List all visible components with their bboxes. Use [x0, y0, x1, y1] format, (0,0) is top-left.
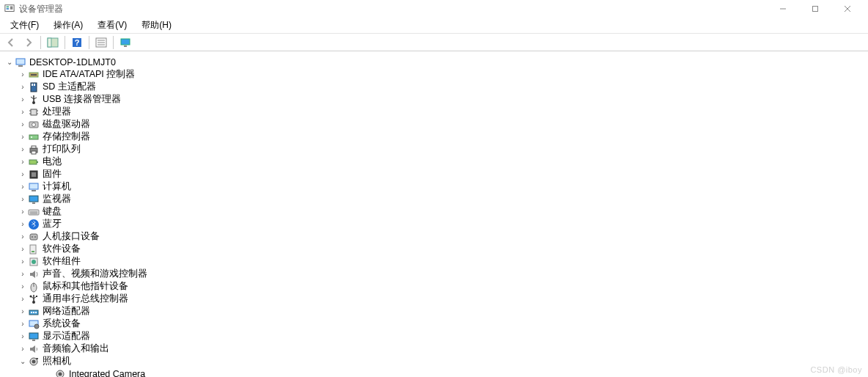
computer-icon — [15, 56, 26, 68]
svg-rect-24 — [34, 84, 35, 86]
tree-category[interactable]: ›通用串行总线控制器 — [3, 293, 865, 305]
bluetooth-icon — [28, 219, 40, 230]
tree-category[interactable]: ›声音、视频和游戏控制器 — [3, 268, 865, 280]
tree-category[interactable]: ›USB 连接器管理器 — [3, 93, 865, 106]
svg-rect-56 — [30, 245, 36, 254]
tree-category[interactable]: ›系统设备 — [3, 318, 865, 330]
app-icon — [4, 4, 15, 14]
toolbar-separator — [40, 36, 41, 49]
printer-icon — [28, 144, 40, 155]
svg-rect-71 — [35, 312, 37, 313]
tree-category[interactable]: ›软件组件 — [3, 255, 865, 268]
expand-icon[interactable]: › — [18, 208, 28, 216]
tree-category[interactable]: ›处理器 — [3, 106, 865, 118]
toolbar-separator — [89, 36, 89, 49]
expand-icon[interactable]: › — [18, 120, 28, 128]
svg-rect-9 — [48, 38, 51, 47]
tree-category[interactable]: ›IDE ATA/ATAPI 控制器 — [3, 68, 865, 81]
tree-category[interactable]: ›固件 — [3, 168, 865, 180]
expand-icon[interactable]: › — [18, 70, 28, 78]
back-button[interactable] — [3, 35, 19, 50]
expand-icon[interactable]: › — [18, 307, 28, 315]
category-label: IDE ATA/ATAPI 控制器 — [43, 68, 135, 81]
tree-category[interactable]: ›显示适配器 — [3, 330, 865, 343]
menu-bar: 文件(F) 操作(A) 查看(V) 帮助(H) — [0, 18, 868, 34]
properties-button[interactable] — [93, 35, 109, 50]
show-hide-tree-button[interactable] — [45, 35, 61, 50]
expand-icon[interactable]: › — [18, 133, 28, 141]
tree-category[interactable]: ›键盘 — [3, 205, 865, 218]
tree-category[interactable]: ›磁盘驱动器 — [3, 118, 865, 131]
tree-category[interactable]: ›软件设备 — [3, 243, 865, 255]
expand-icon[interactable]: › — [18, 83, 28, 91]
expand-icon[interactable]: › — [18, 170, 28, 178]
expand-icon[interactable]: › — [18, 295, 28, 303]
expand-icon[interactable]: › — [18, 332, 28, 340]
category-label: 软件组件 — [43, 255, 81, 268]
device-tree[interactable]: ⌄ DESKTOP-1DLMJT0 ›IDE ATA/ATAPI 控制器›SD … — [0, 51, 868, 377]
expand-icon[interactable]: › — [18, 345, 28, 353]
svg-point-35 — [32, 122, 36, 126]
mouse-icon — [28, 281, 40, 293]
tree-category[interactable]: ›存储控制器 — [3, 131, 865, 143]
tree-category[interactable]: ›SD 主适配器 — [3, 81, 865, 93]
help-toolbar-button[interactable]: ? — [69, 35, 85, 50]
title-bar: 设备管理器 — [0, 0, 868, 18]
tree-category[interactable]: ›网络适配器 — [3, 305, 865, 318]
network-icon — [28, 306, 40, 318]
menu-view[interactable]: 查看(V) — [90, 18, 134, 33]
expand-icon[interactable]: › — [18, 233, 28, 241]
tree-category[interactable]: ›蓝牙 — [3, 218, 865, 230]
expand-icon[interactable]: › — [18, 145, 28, 153]
svg-rect-74 — [29, 333, 38, 339]
tree-device-integrated-camera[interactable]: › Integrated Camera — [3, 367, 865, 377]
tree-category[interactable]: ›电池 — [3, 155, 865, 168]
menu-help[interactable]: 帮助(H) — [134, 18, 179, 33]
expand-icon[interactable]: › — [18, 95, 28, 103]
category-label: 网络适配器 — [43, 305, 90, 318]
close-button[interactable] — [831, 0, 864, 18]
collapse-icon[interactable]: ⌄ — [4, 58, 15, 66]
expand-icon[interactable]: › — [18, 282, 28, 290]
expand-icon[interactable]: › — [18, 220, 28, 228]
svg-rect-41 — [29, 160, 37, 164]
expand-icon[interactable]: › — [18, 158, 28, 166]
svg-rect-44 — [32, 172, 36, 177]
minimize-button[interactable] — [767, 0, 799, 18]
computer-icon — [28, 181, 40, 193]
forward-button[interactable] — [21, 35, 37, 50]
category-label: 键盘 — [43, 205, 62, 218]
svg-rect-48 — [32, 202, 35, 204]
expand-icon[interactable]: › — [18, 245, 28, 253]
expand-icon[interactable]: › — [18, 183, 28, 191]
toolbar: ? — [0, 34, 868, 51]
expand-icon[interactable]: › — [18, 195, 28, 203]
svg-rect-36 — [29, 135, 38, 139]
tree-category[interactable]: ›鼠标和其他指针设备 — [3, 280, 865, 293]
tree-category[interactable]: ›打印队列 — [3, 143, 865, 155]
category-label: 照相机 — [43, 355, 71, 367]
category-label: 系统设备 — [43, 318, 81, 330]
expand-icon[interactable]: › — [18, 270, 28, 278]
expand-icon[interactable]: › — [18, 108, 28, 116]
tree-category[interactable]: ›监视器 — [3, 193, 865, 205]
tree-category[interactable]: ›人机接口设备 — [3, 230, 865, 243]
category-label: 电池 — [43, 155, 62, 168]
menu-action[interactable]: 操作(A) — [46, 18, 90, 33]
tree-category[interactable]: ›计算机 — [3, 180, 865, 193]
tree-category-camera[interactable]: ⌄ 照相机 — [3, 355, 865, 367]
svg-rect-18 — [16, 59, 25, 65]
expand-icon[interactable]: › — [18, 320, 28, 328]
tree-root[interactable]: ⌄ DESKTOP-1DLMJT0 — [3, 56, 865, 68]
svg-rect-5 — [813, 7, 818, 12]
category-label: USB 连接器管理器 — [43, 93, 121, 106]
svg-point-73 — [34, 324, 39, 329]
expand-icon[interactable]: › — [18, 257, 28, 266]
menu-file[interactable]: 文件(F) — [3, 18, 46, 33]
tree-category[interactable]: ›音频输入和输出 — [3, 343, 865, 355]
maximize-button[interactable] — [799, 0, 831, 18]
collapse-icon[interactable]: ⌄ — [18, 357, 28, 365]
camera-icon — [28, 356, 40, 367]
software-icon — [28, 244, 40, 255]
scan-hardware-button[interactable] — [117, 35, 133, 50]
